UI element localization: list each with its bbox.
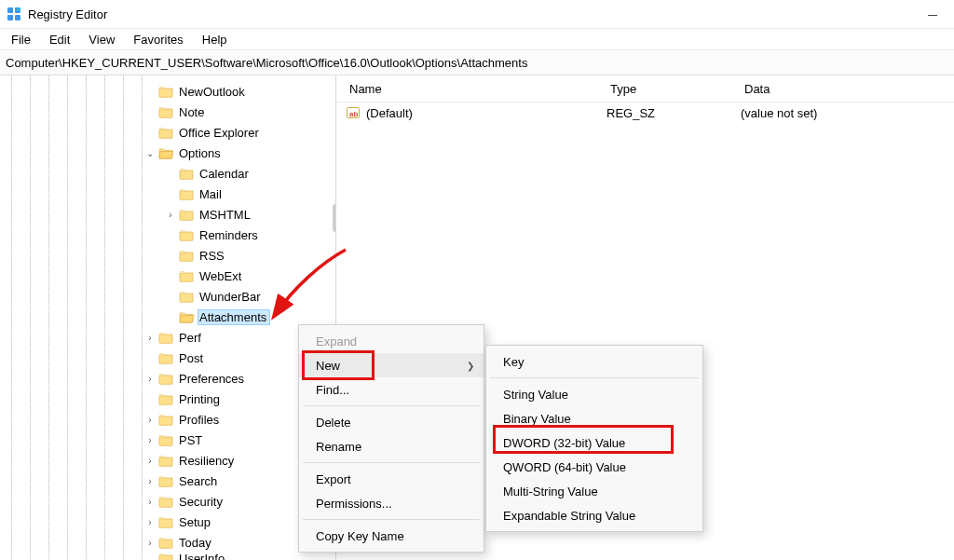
folder-icon bbox=[158, 84, 173, 99]
tree-item-label: Mail bbox=[198, 186, 225, 202]
tree-item-profiles[interactable]: › Profiles bbox=[0, 409, 335, 430]
tree-item-label: UserInfo bbox=[177, 553, 228, 560]
table-row[interactable]: ab (Default) REG_SZ (value not set) bbox=[336, 102, 954, 123]
tree-item-attachments[interactable]: Attachments bbox=[0, 307, 335, 327]
chevron-right-icon[interactable]: › bbox=[143, 374, 157, 384]
chevron-right-icon[interactable]: › bbox=[143, 456, 157, 466]
tree-item-resiliency[interactable]: › Resiliency bbox=[0, 450, 335, 471]
separator bbox=[490, 377, 699, 378]
ctx-new[interactable]: New ❯ bbox=[299, 353, 484, 377]
chevron-right-icon[interactable]: › bbox=[143, 415, 157, 425]
tree-pane[interactable]: NewOutlook Note Office Explorer⌄ Options… bbox=[0, 75, 336, 560]
tree-item-office-explorer[interactable]: Office Explorer bbox=[0, 122, 335, 143]
col-header-name[interactable]: Name bbox=[336, 82, 597, 96]
tree-item-today[interactable]: › Today bbox=[0, 532, 335, 553]
menu-edit[interactable]: Edit bbox=[40, 31, 79, 48]
tree-item-label: Search bbox=[177, 473, 221, 489]
folder-icon bbox=[158, 453, 173, 468]
tree-item-label: PST bbox=[177, 432, 206, 448]
folder-icon bbox=[179, 227, 194, 242]
tree-item-label: MSHTML bbox=[198, 207, 254, 223]
folder-icon bbox=[158, 514, 173, 529]
menu-view[interactable]: View bbox=[79, 31, 124, 48]
ctx-new-string[interactable]: String Value bbox=[486, 382, 702, 406]
col-header-type[interactable]: Type bbox=[597, 82, 731, 96]
tree-item-reminders[interactable]: Reminders bbox=[0, 225, 335, 245]
chevron-right-icon[interactable]: › bbox=[143, 497, 157, 507]
context-menu: Expand New ❯ Find... Delete Rename Expor… bbox=[298, 324, 484, 553]
ctx-new-dword[interactable]: DWORD (32-bit) Value bbox=[486, 430, 702, 455]
tree-nodes: NewOutlook Note Office Explorer⌄ Options… bbox=[0, 81, 335, 560]
svg-rect-3 bbox=[15, 15, 20, 20]
ctx-new-binary[interactable]: Binary Value bbox=[486, 406, 702, 430]
tree-item-options[interactable]: ⌄ Options bbox=[0, 143, 335, 163]
tree-item-setup[interactable]: › Setup bbox=[0, 512, 335, 532]
chevron-right-icon[interactable]: › bbox=[143, 517, 157, 527]
tree-item-webext[interactable]: WebExt bbox=[0, 266, 335, 286]
ctx-find[interactable]: Find... bbox=[299, 377, 484, 402]
tree-item-newoutlook[interactable]: NewOutlook bbox=[0, 81, 335, 102]
value-type: REG_SZ bbox=[593, 106, 728, 120]
details-header: Name Type Data bbox=[336, 75, 954, 102]
chevron-down-icon[interactable]: ⌄ bbox=[143, 148, 157, 158]
folder-icon bbox=[179, 289, 194, 304]
chevron-right-icon[interactable]: › bbox=[143, 476, 157, 486]
folder-icon bbox=[158, 371, 173, 386]
ctx-rename[interactable]: Rename bbox=[299, 434, 484, 458]
chevron-right-icon[interactable]: › bbox=[143, 538, 157, 548]
chevron-right-icon[interactable]: › bbox=[143, 333, 157, 343]
tree-item-mshtml[interactable]: › MSHTML bbox=[0, 204, 335, 225]
minimize-button[interactable]: — bbox=[911, 1, 954, 27]
menu-help[interactable]: Help bbox=[193, 31, 237, 48]
folder-icon bbox=[179, 248, 194, 263]
tree-item-userinfo[interactable]: UserInfo bbox=[0, 553, 335, 560]
tree-item-label: Resiliency bbox=[177, 453, 238, 469]
tree-item-calendar[interactable]: Calendar bbox=[0, 163, 335, 184]
tree-item-label: Printing bbox=[177, 391, 224, 407]
tree-item-label: Reminders bbox=[198, 227, 262, 243]
tree-item-search[interactable]: › Search bbox=[0, 471, 335, 491]
folder-icon bbox=[158, 412, 173, 427]
tree-item-perf[interactable]: › Perf bbox=[0, 327, 335, 348]
tree-item-pst[interactable]: › PST bbox=[0, 430, 335, 450]
ctx-new-multistring[interactable]: Multi-String Value bbox=[486, 479, 702, 503]
tree-item-rss[interactable]: RSS bbox=[0, 245, 335, 266]
folder-icon bbox=[179, 166, 194, 181]
ctx-permissions[interactable]: Permissions... bbox=[299, 491, 484, 515]
menu-file[interactable]: File bbox=[2, 31, 40, 48]
folder-icon bbox=[158, 473, 173, 488]
tree-item-note[interactable]: Note bbox=[0, 102, 335, 122]
ctx-new-label: New bbox=[316, 359, 340, 373]
tree-item-label: Attachments bbox=[198, 309, 270, 325]
tree-item-label: Profiles bbox=[177, 412, 223, 428]
tree-item-mail[interactable]: Mail bbox=[0, 184, 335, 204]
ctx-new-key[interactable]: Key bbox=[486, 349, 702, 374]
tree-item-label: Security bbox=[177, 494, 226, 510]
folder-icon bbox=[158, 125, 173, 140]
tree-item-post[interactable]: Post bbox=[0, 348, 335, 368]
menu-favorites[interactable]: Favorites bbox=[124, 31, 192, 48]
col-header-data[interactable]: Data bbox=[731, 82, 954, 96]
tree-item-label: Office Explorer bbox=[177, 125, 263, 141]
svg-point-4 bbox=[17, 7, 21, 12]
chevron-right-icon[interactable]: › bbox=[164, 210, 177, 220]
tree-item-label: Setup bbox=[177, 514, 214, 530]
tree-item-preferences[interactable]: › Preferences bbox=[0, 368, 335, 389]
titlebar: Registry Editor — bbox=[0, 0, 954, 29]
tree-item-security[interactable]: › Security bbox=[0, 491, 335, 512]
tree-item-label: Options bbox=[177, 145, 225, 161]
app-icon bbox=[6, 6, 22, 22]
ctx-copy-key-name[interactable]: Copy Key Name bbox=[299, 524, 484, 548]
tree-item-wunderbar[interactable]: WunderBar bbox=[0, 286, 335, 307]
ctx-export[interactable]: Export bbox=[299, 467, 484, 491]
folder-icon bbox=[158, 432, 173, 447]
ctx-delete[interactable]: Delete bbox=[299, 410, 484, 434]
ctx-new-expandstring[interactable]: Expandable String Value bbox=[486, 503, 702, 527]
address-bar[interactable]: Computer\HKEY_CURRENT_USER\Software\Micr… bbox=[0, 49, 954, 75]
folder-icon bbox=[158, 145, 173, 160]
chevron-right-icon[interactable]: › bbox=[143, 435, 157, 445]
tree-item-printing[interactable]: Printing bbox=[0, 389, 335, 409]
separator bbox=[303, 405, 480, 406]
ctx-new-qword[interactable]: QWORD (64-bit) Value bbox=[486, 455, 702, 479]
tree-item-label: Perf bbox=[177, 330, 205, 346]
